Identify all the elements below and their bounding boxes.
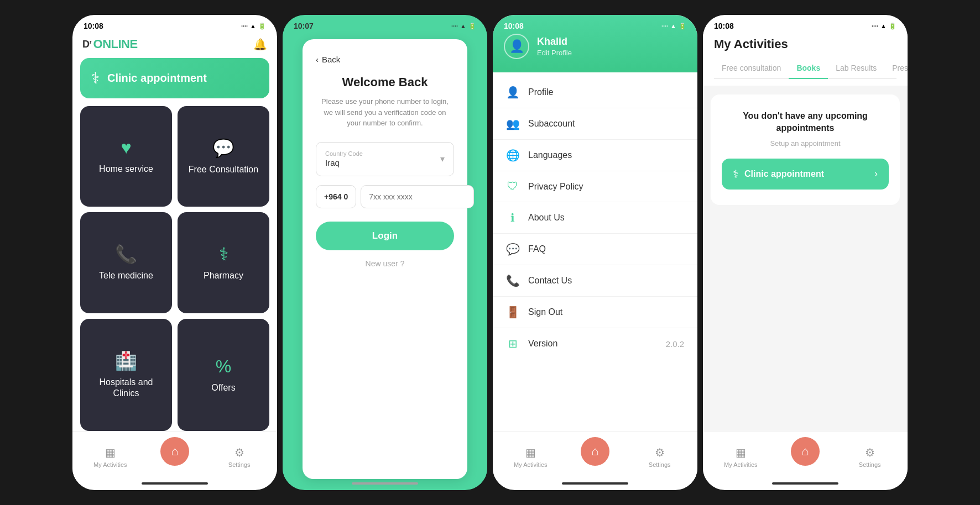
clinic-appointment-button[interactable]: ⚕ Clinic appointment <box>80 58 269 98</box>
menu-privacy-label: Privacy Policy <box>528 182 684 192</box>
nav-home-4[interactable]: ⌂ <box>773 437 838 468</box>
version-value: 2.0.2 <box>666 339 684 349</box>
nav-settings-label-4: Settings <box>859 461 881 468</box>
menu-about[interactable]: ℹ About Us <box>493 202 697 234</box>
offers-button[interactable]: % Offers <box>178 319 269 431</box>
nav-home-3[interactable]: ⌂ <box>563 437 628 468</box>
back-label: Back <box>322 55 340 64</box>
calendar-icon-4: ▦ <box>736 446 746 459</box>
app-logo: Dr ONLINE <box>82 37 138 51</box>
menu-faq[interactable]: 💬 FAQ <box>493 234 697 265</box>
clinic-appointment-button-4[interactable]: ⚕ Clinic appointment › <box>722 159 889 190</box>
clinic-btn-label-4: Clinic appointment <box>744 169 824 179</box>
calendar-icon-3: ▦ <box>525 446 536 459</box>
telemedicine-icon: 📞 <box>115 244 137 265</box>
login-title: Welcome Back <box>316 75 454 90</box>
country-code-value: Iraq <box>325 158 340 167</box>
logo-dr: Dr <box>82 39 92 50</box>
tab-books[interactable]: Books <box>789 59 828 79</box>
pharmacy-button[interactable]: ⚕ Pharmacy <box>178 212 269 313</box>
notification-bell-icon[interactable]: 🔔 <box>253 38 267 51</box>
home-icon-4: ⌂ <box>801 444 809 459</box>
nav-activities-3[interactable]: ▦ My Activities <box>498 446 563 468</box>
subaccount-icon: 👥 <box>506 117 519 130</box>
edit-profile-link[interactable]: Edit Profile <box>537 49 572 57</box>
status-icons-2: ···· ▲ 🔋 <box>451 23 476 30</box>
bottom-nav-3: ▦ My Activities ⌂ ⚙ Settings <box>493 431 697 479</box>
menu-languages[interactable]: 🌐 Languages <box>493 140 697 171</box>
home-indicator-4 <box>772 482 838 485</box>
back-button[interactable]: ‹ Back <box>316 55 454 64</box>
menu-signout[interactable]: 🚪 Sign Out <box>493 297 697 328</box>
phone-container: 10:08 ···· ▲ 🔋 Dr ONLINE 🔔 ⚕ Clinic appo… <box>70 9 910 496</box>
nav-settings-1[interactable]: ⚙ Settings <box>207 446 272 468</box>
login-card: ‹ Back Welcome Back Please use your phon… <box>303 39 467 479</box>
version-icon: ⊞ <box>506 337 519 350</box>
free-consultation-button[interactable]: 💬 Free Consultation <box>178 106 269 207</box>
login-button[interactable]: Login <box>316 222 454 250</box>
settings-icon-1: ⚙ <box>234 446 244 459</box>
no-appointments-card: You don't have any upcoming appointments… <box>711 94 900 205</box>
profile-header: 10:08 ···· ▲ 🔋 👤 Khalid Edit Profile <box>493 15 697 72</box>
no-appt-title: You don't have any upcoming appointments <box>722 110 889 135</box>
country-code-field[interactable]: Country Code Iraq ▾ <box>316 142 454 176</box>
activities-tabs: Free consultation Books Lab Results Pres… <box>714 59 896 79</box>
country-code-label: Country Code <box>325 150 363 157</box>
tab-lab-results[interactable]: Lab Results <box>828 59 884 79</box>
hospitals-button[interactable]: 🏥 Hospitals and Clinics <box>80 319 172 431</box>
home-service-label: Home service <box>99 164 153 175</box>
profile-row: 👤 Khalid Edit Profile <box>504 34 686 59</box>
menu-profile[interactable]: 👤 Profile <box>493 77 697 108</box>
home-button-3[interactable]: ⌂ <box>581 437 609 466</box>
hospitals-icon: 🏥 <box>115 350 137 371</box>
stethoscope-icon-4: ⚕ <box>733 167 739 181</box>
nav-activities-4[interactable]: ▦ My Activities <box>708 446 773 468</box>
user-name: Khalid <box>537 36 572 48</box>
profile-icon: 👤 <box>506 86 519 99</box>
new-user-link[interactable]: New user ? <box>316 259 454 268</box>
menu-subaccount[interactable]: 👥 Subaccount <box>493 108 697 140</box>
menu-contact-label: Contact Us <box>528 276 684 286</box>
menu-languages-label: Languages <box>528 150 684 160</box>
nav-home-1[interactable]: ⌂ <box>143 437 207 468</box>
phone-number-input[interactable] <box>361 185 474 208</box>
calendar-icon: ▦ <box>105 446 116 459</box>
home-button-1[interactable]: ⌂ <box>160 437 189 466</box>
services-grid: ♥ Home service 💬 Free Consultation 📞 Tel… <box>72 106 277 431</box>
menu-privacy[interactable]: 🛡 Privacy Policy <box>493 171 697 202</box>
stethoscope-icon: ⚕ <box>91 69 100 87</box>
consultation-icon: 💬 <box>212 138 234 159</box>
telemedicine-button[interactable]: 📞 Tele medicine <box>80 212 172 313</box>
status-icons-4: ···· ▲ 🔋 <box>872 23 896 30</box>
logo-online: ONLINE <box>93 37 138 51</box>
phone-login: 10:07 ···· ▲ 🔋 ‹ Back Welcome Back Pleas… <box>283 15 487 490</box>
menu-faq-label: FAQ <box>528 244 684 254</box>
offers-icon: % <box>216 356 231 377</box>
home-button-4[interactable]: ⌂ <box>791 437 820 466</box>
menu-version: ⊞ Version 2.0.2 <box>493 328 697 359</box>
nav-settings-4[interactable]: ⚙ Settings <box>837 446 902 468</box>
home-indicator-1 <box>142 482 208 485</box>
settings-icon-3: ⚙ <box>655 446 665 459</box>
home-indicator-3 <box>562 482 628 485</box>
activities-title: My Activities <box>714 37 896 51</box>
tab-free-consultation[interactable]: Free consultation <box>714 59 789 79</box>
settings-icon-4: ⚙ <box>865 446 875 459</box>
menu-signout-label: Sign Out <box>528 307 684 317</box>
status-icons-3: ···· ▲ 🔋 <box>661 23 686 30</box>
avatar: 👤 <box>504 34 529 59</box>
telemedicine-label: Tele medicine <box>99 270 153 282</box>
clinic-btn-label: Clinic appointment <box>107 72 207 85</box>
menu-contact[interactable]: 📞 Contact Us <box>493 265 697 297</box>
languages-icon: 🌐 <box>506 149 519 162</box>
tab-prescriptions[interactable]: Prescri... <box>884 59 908 79</box>
home-service-button[interactable]: ♥ Home service <box>80 106 172 207</box>
pharmacy-label: Pharmacy <box>204 270 243 282</box>
offers-label: Offers <box>211 382 235 394</box>
time-1: 10:08 <box>84 22 103 30</box>
nav-settings-3[interactable]: ⚙ Settings <box>627 446 692 468</box>
status-icons-1: ···· ▲ 🔋 <box>241 23 266 30</box>
home-indicator-2 <box>352 482 418 485</box>
nav-activities-1[interactable]: ▦ My Activities <box>78 446 143 468</box>
country-code-select[interactable]: Country Code Iraq ▾ <box>316 142 454 176</box>
